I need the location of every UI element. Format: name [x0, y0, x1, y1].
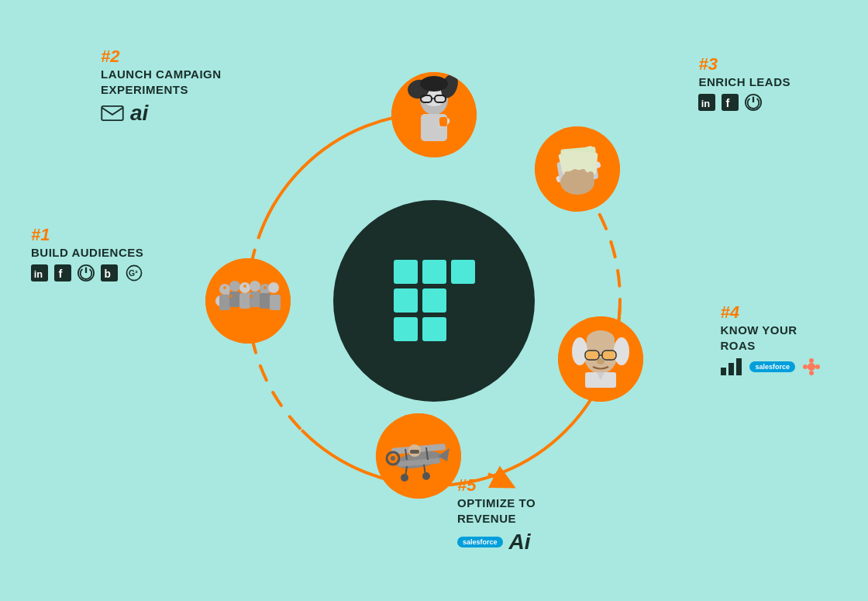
- step-1-icons: in f b G²: [31, 264, 144, 282]
- svg-rect-23: [572, 169, 578, 187]
- svg-text:f: f: [59, 267, 63, 279]
- svg-rect-44: [270, 295, 281, 310]
- svg-point-102: [815, 364, 820, 369]
- logo-cell-6: [451, 288, 475, 313]
- svg-rect-43: [260, 293, 270, 309]
- franklin-image: [558, 316, 643, 402]
- svg-point-77: [422, 472, 430, 480]
- svg-rect-14: [439, 117, 447, 126]
- step-1-label: #1 BUILD AUDIENCES in f b G²: [31, 225, 144, 282]
- svg-rect-88: [102, 106, 123, 120]
- step-3-label: #3 ENRICH LEADS in f: [698, 54, 790, 111]
- logo-cell-3: [451, 260, 475, 284]
- svg-rect-96: [728, 363, 734, 375]
- svg-rect-80: [54, 264, 71, 282]
- salesforce-icon-4: salesforce: [749, 361, 795, 372]
- logo-cell-7: [394, 317, 418, 341]
- ai-text-step5: Ai: [509, 530, 531, 554]
- svg-rect-91: [722, 94, 739, 111]
- svg-point-30: [250, 281, 260, 292]
- svg-rect-40: [229, 292, 240, 307]
- mail-icon: [101, 105, 124, 122]
- svg-point-75: [401, 474, 408, 482]
- svg-point-48: [229, 295, 232, 298]
- bar-chart-icon: [720, 357, 743, 377]
- step-3-number: #3: [698, 54, 790, 74]
- node-left: [205, 258, 291, 344]
- svg-text:in: in: [701, 97, 711, 109]
- step-5-title: OPTIMIZE TOREVENUE: [457, 496, 536, 526]
- svg-rect-97: [736, 358, 742, 375]
- step-3-icons: in f: [698, 94, 790, 111]
- money-hands-image: [535, 126, 620, 212]
- step-1-number: #1: [31, 225, 144, 245]
- facebook-icon-1: f: [54, 264, 71, 282]
- logo-cell-9: [451, 317, 475, 341]
- hubspot-icon: [801, 357, 822, 377]
- svg-point-8: [420, 76, 448, 92]
- svg-rect-95: [721, 368, 726, 375]
- step-4-title: KNOW YOURROAS: [720, 323, 822, 353]
- logo-grid: [394, 260, 475, 341]
- svg-text:G²: G²: [129, 269, 138, 278]
- main-container: #1 BUILD AUDIENCES in f b G² #2 LAUNCH C…: [0, 0, 868, 601]
- svg-point-32: [268, 282, 279, 293]
- svg-point-55: [585, 351, 599, 360]
- svg-point-49: [250, 295, 253, 298]
- power-icon-1: [78, 264, 95, 282]
- logo-cell-2: [422, 260, 446, 284]
- step-4-icons: salesforce: [720, 357, 822, 377]
- svg-point-28: [229, 281, 240, 292]
- svg-point-47: [264, 286, 267, 289]
- step-4-number: #4: [720, 302, 822, 323]
- svg-point-69: [391, 456, 395, 461]
- step-1-title: BUILD AUDIENCES: [31, 245, 144, 261]
- linkedin-icon-3: in: [698, 94, 715, 111]
- svg-rect-39: [219, 295, 230, 310]
- crowd-image: [205, 258, 291, 344]
- svg-rect-42: [250, 292, 260, 307]
- step-2-number: #2: [101, 47, 222, 67]
- logo-cell-8: [422, 317, 446, 341]
- node-top: [391, 72, 477, 157]
- center-logo-circle: [333, 200, 535, 402]
- svg-rect-22: [564, 171, 570, 187]
- node-right-bottom: [558, 316, 643, 402]
- step-4-label: #4 KNOW YOURROAS salesforce: [720, 302, 822, 377]
- svg-point-53: [614, 337, 629, 365]
- svg-point-46: [243, 285, 246, 288]
- biplane-image: [376, 413, 461, 499]
- svg-point-54: [587, 330, 615, 349]
- svg-point-52: [572, 337, 587, 365]
- logo-cell-5: [422, 288, 446, 313]
- svg-text:f: f: [726, 96, 730, 109]
- logo-cell-4: [394, 288, 418, 313]
- salesforce-icon-5: salesforce: [457, 537, 503, 547]
- svg-point-60: [597, 358, 604, 364]
- b-icon-1: b: [101, 264, 118, 282]
- node-top-right: [535, 126, 620, 212]
- svg-point-56: [602, 351, 616, 360]
- svg-rect-73: [410, 450, 419, 454]
- ai-text-step2: ai: [130, 101, 148, 126]
- step-5-icons: salesforce Ai: [457, 530, 536, 554]
- svg-rect-25: [587, 171, 594, 187]
- svg-point-45: [223, 286, 226, 289]
- svg-text:in: in: [34, 268, 43, 279]
- svg-point-100: [809, 371, 814, 375]
- step-2-icons: ai: [101, 101, 222, 126]
- linkedin-icon-1: in: [31, 264, 48, 282]
- woman-glasses-image: [391, 72, 477, 157]
- svg-rect-41: [239, 293, 250, 309]
- step-5-number: #5: [457, 475, 536, 496]
- step-3-title: ENRICH LEADS: [698, 74, 790, 90]
- node-bottom: [376, 413, 461, 499]
- step-5-label: #5 OPTIMIZE TOREVENUE salesforce Ai: [457, 475, 536, 554]
- g2-icon-1: G²: [124, 264, 144, 282]
- step-2-title: LAUNCH CAMPAIGNEXPERIMENTS: [101, 67, 222, 97]
- logo-cell-1: [394, 260, 418, 284]
- svg-point-99: [809, 358, 814, 363]
- svg-point-101: [803, 364, 808, 369]
- svg-text:b: b: [105, 268, 111, 279]
- facebook-icon-3: f: [722, 94, 739, 111]
